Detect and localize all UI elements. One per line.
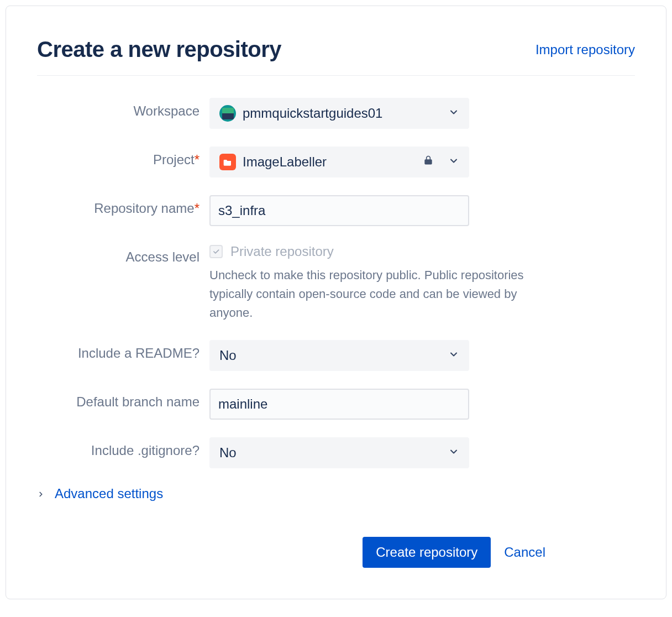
chevron-down-icon: [448, 106, 459, 121]
form-footer: Create repository Cancel: [37, 537, 579, 568]
chevron-down-icon: [448, 348, 459, 363]
workspace-value: pmmquickstartguides01: [243, 106, 382, 121]
gitignore-select[interactable]: No: [209, 437, 469, 468]
create-repo-card: Create a new repository Import repositor…: [6, 6, 666, 599]
cancel-button[interactable]: Cancel: [504, 545, 545, 560]
workspace-label: Workspace: [37, 98, 209, 119]
workspace-row: Workspace pmmquickstartguides01: [37, 98, 579, 129]
lock-icon: [423, 154, 434, 170]
project-row: Project* ImageLabeller: [37, 147, 579, 177]
default-branch-row: Default branch name: [37, 389, 579, 420]
project-value: ImageLabeller: [243, 154, 327, 170]
project-label: Project*: [37, 147, 209, 168]
form: Workspace pmmquickstartguides01 Project*: [37, 98, 579, 568]
readme-label: Include a README?: [37, 340, 209, 361]
workspace-select[interactable]: pmmquickstartguides01: [209, 98, 469, 129]
create-repository-button[interactable]: Create repository: [363, 537, 491, 568]
private-repo-checkbox-row: Private repository: [209, 244, 579, 259]
access-level-row: Access level Private repository Uncheck …: [37, 244, 579, 322]
readme-row: Include a README? No: [37, 340, 579, 371]
page-title: Create a new repository: [37, 37, 281, 62]
access-level-label: Access level: [37, 244, 209, 265]
readme-value: No: [219, 348, 237, 363]
project-select[interactable]: ImageLabeller: [209, 147, 469, 177]
advanced-settings-label: Advanced settings: [55, 486, 163, 501]
gitignore-row: Include .gitignore? No: [37, 437, 579, 468]
default-branch-label: Default branch name: [37, 389, 209, 410]
header-row: Create a new repository Import repositor…: [37, 37, 635, 76]
repo-name-label: Repository name*: [37, 195, 209, 216]
chevron-down-icon: [448, 154, 459, 170]
readme-select[interactable]: No: [209, 340, 469, 371]
check-icon: [212, 248, 220, 255]
chevron-down-icon: [448, 445, 459, 461]
private-repo-checkbox[interactable]: [209, 245, 223, 258]
project-avatar-icon: [219, 154, 236, 170]
repo-name-row: Repository name*: [37, 195, 579, 226]
private-repo-checkbox-label: Private repository: [230, 244, 334, 259]
advanced-settings-toggle[interactable]: Advanced settings: [37, 486, 579, 501]
access-level-helper: Uncheck to make this repository public. …: [209, 266, 563, 322]
gitignore-label: Include .gitignore?: [37, 437, 209, 458]
chevron-right-icon: [37, 486, 45, 501]
repo-name-input[interactable]: [209, 195, 469, 226]
import-repository-link[interactable]: Import repository: [536, 42, 635, 57]
gitignore-value: No: [219, 445, 237, 461]
workspace-avatar-icon: [219, 105, 236, 122]
default-branch-input[interactable]: [209, 389, 469, 420]
